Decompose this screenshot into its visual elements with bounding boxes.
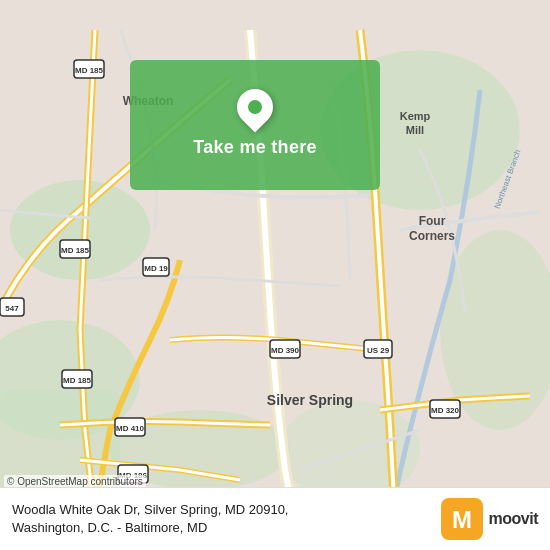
moovit-text: moovit — [489, 510, 538, 528]
svg-text:Silver Spring: Silver Spring — [267, 392, 353, 408]
svg-text:MD 185: MD 185 — [61, 246, 90, 255]
address-section: Woodla White Oak Dr, Silver Spring, MD 2… — [12, 501, 441, 537]
svg-text:US 29: US 29 — [367, 346, 390, 355]
bottom-info-bar: Woodla White Oak Dr, Silver Spring, MD 2… — [0, 487, 550, 550]
address-line2: Washington, D.C. - Baltimore, MD — [12, 519, 441, 537]
svg-text:Kemp: Kemp — [400, 110, 431, 122]
svg-text:M: M — [452, 506, 472, 533]
moovit-icon: M — [441, 498, 483, 540]
svg-text:Corners: Corners — [409, 229, 455, 243]
moovit-logo: M moovit — [441, 498, 538, 540]
svg-text:Four: Four — [419, 214, 446, 228]
svg-text:MD 185: MD 185 — [75, 66, 104, 75]
map-container: MD 185 MD 185 MD 185 MD 19 MD 390 MD 410… — [0, 0, 550, 550]
address-line1: Woodla White Oak Dr, Silver Spring, MD 2… — [12, 501, 441, 519]
svg-text:MD 320: MD 320 — [431, 406, 460, 415]
take-me-there-button[interactable]: Take me there — [185, 133, 325, 162]
svg-text:MD 19: MD 19 — [144, 264, 168, 273]
svg-text:Mill: Mill — [406, 124, 424, 136]
svg-text:MD 390: MD 390 — [271, 346, 300, 355]
svg-text:547: 547 — [5, 304, 19, 313]
cta-overlay[interactable]: Take me there — [130, 60, 380, 190]
location-pin-icon — [230, 81, 281, 132]
svg-text:MD 410: MD 410 — [116, 424, 145, 433]
copyright-text: © OpenStreetMap contributors — [7, 476, 143, 487]
svg-text:MD 185: MD 185 — [63, 376, 92, 385]
